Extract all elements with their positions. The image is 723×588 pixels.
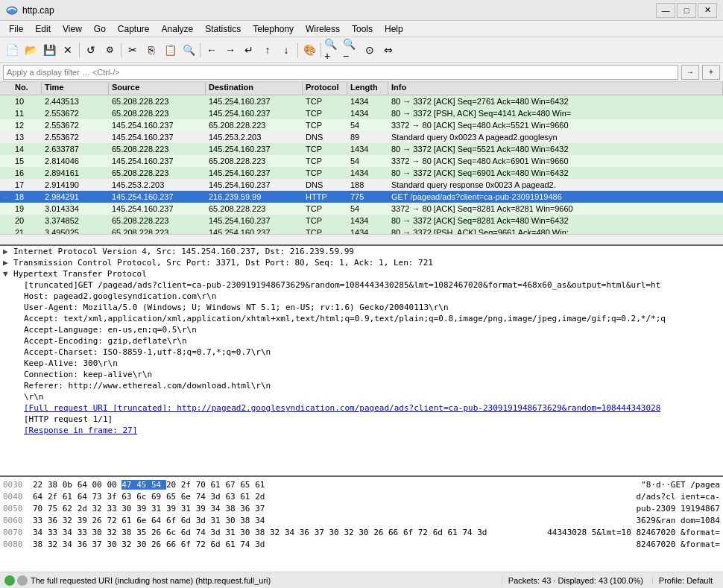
detail-row-tcp[interactable]: ▶Transmission Control Protocol, Src Port… [0, 257, 723, 268]
packet-row[interactable]: 152.814046145.254.160.23765.208.228.223T… [0, 155, 723, 167]
status-gray-dot [17, 575, 28, 586]
detail-row-http-accept[interactable]: Accept: text/xml,application/xml,applica… [0, 313, 723, 324]
menu-item-capture[interactable]: Capture [112, 22, 156, 36]
detail-row-http-accept-enc[interactable]: Accept-Encoding: gzip,deflate\r\n [0, 335, 723, 347]
filter-add-button[interactable]: + [702, 65, 720, 80]
menu-item-tools[interactable]: Tools [346, 22, 379, 36]
menu-item-telephony[interactable]: Telephony [247, 22, 300, 36]
copy-button[interactable]: ⎘ [142, 41, 160, 59]
packet-cell: 80 → 3372 [ACK] Seq=8281 Ack=480 Win=643… [388, 216, 723, 225]
paste-button[interactable]: 📋 [161, 41, 179, 59]
packet-list-hscrollbar[interactable] [0, 234, 723, 244]
menu-item-edit[interactable]: Edit [29, 22, 57, 36]
detail-row-http-connection[interactable]: Connection: keep-alive\r\n [0, 369, 723, 380]
close-button-tb[interactable]: ✕ [59, 41, 77, 59]
hex-row: 0080 38 32 34 36 37 30 32 30 26 66 6f 72… [3, 538, 720, 550]
next-button[interactable]: ↓ [277, 41, 295, 59]
toolbar-sep-2 [121, 42, 121, 57]
col-header-info[interactable]: Info [388, 82, 723, 95]
reload-button[interactable]: ↺ [82, 41, 100, 59]
col-header-source[interactable]: Source [109, 82, 206, 95]
hex-ascii: 82467020 &format= [626, 540, 720, 549]
menu-item-go[interactable]: Go [88, 22, 112, 36]
new-capture-button[interactable]: 📄 [3, 41, 21, 59]
menu-item-analyze[interactable]: Analyze [156, 22, 200, 36]
detail-row-http-keepalive[interactable]: Keep-Alive: 300\r\n [0, 358, 723, 369]
packet-row[interactable]: 102.44351365.208.228.223145.254.160.237T… [0, 95, 723, 107]
packet-row[interactable]: 213.49502565.208.228.223145.254.160.237T… [0, 227, 723, 234]
forward-button[interactable]: → [221, 41, 239, 59]
col-header-length[interactable]: Length [347, 82, 388, 95]
zoom-out-button[interactable]: 🔍− [342, 41, 360, 59]
packet-cell: 10 [12, 97, 42, 106]
app-icon [6, 4, 18, 16]
packet-row[interactable]: 203.37485265.208.228.223145.254.160.237T… [0, 215, 723, 227]
packet-cell: 2.553672 [42, 121, 109, 130]
menu-item-file[interactable]: File [3, 22, 29, 36]
detail-row-http-ua[interactable]: User-Agent: Mozilla/5.0 (Windows; U; Win… [0, 302, 723, 313]
packet-row[interactable]: 112.55367265.208.228.223145.254.160.237T… [0, 107, 723, 119]
detail-row-http-referer[interactable]: Referer: http://www.ethereal.com/downloa… [0, 380, 723, 391]
arrow-col-header [0, 82, 12, 95]
colorize-button[interactable]: 🎨 [300, 41, 318, 59]
col-header-destination[interactable]: Destination [206, 82, 303, 95]
zoom-in-button[interactable]: 🔍+ [323, 41, 341, 59]
packet-cell: DNS [303, 133, 347, 142]
goto-button[interactable]: ↵ [240, 41, 258, 59]
detail-row-http-accept-charset[interactable]: Accept-Charset: ISO-8859-1,utf-8;q=0.7,*… [0, 347, 723, 358]
col-header-no[interactable]: No. [12, 82, 42, 95]
detail-text: Accept-Charset: ISO-8859-1,utf-8;q=0.7,*… [13, 347, 271, 357]
resize-columns-button[interactable]: ⇔ [379, 41, 397, 59]
back-button[interactable]: ← [203, 41, 221, 59]
detail-row-http-full-uri[interactable]: [Full request URI [truncated]: http://pa… [0, 402, 723, 414]
hex-ascii: pub-2309 19194867 [626, 504, 720, 513]
detail-row-http[interactable]: ▼Hypertext Transfer Protocol [0, 268, 723, 279]
packet-row[interactable]: 193.014334145.254.160.23765.208.228.223T… [0, 203, 723, 215]
packet-row[interactable]: 162.89416165.208.228.223145.254.160.237T… [0, 167, 723, 179]
maximize-button[interactable]: □ [677, 3, 696, 18]
menu-item-view[interactable]: View [57, 22, 88, 36]
hex-row: 0070 34 33 34 33 30 32 38 35 26 6c 6d 74… [3, 526, 720, 538]
close-button[interactable]: ✕ [698, 3, 717, 18]
col-header-protocol[interactable]: Protocol [303, 82, 347, 95]
packet-cell: TCP [303, 121, 347, 130]
detail-row-http-accept-lang[interactable]: Accept-Language: en-us,en;q=0.5\r\n [0, 324, 723, 335]
hex-panel: 0030 22 38 0b 64 00 00 47 45 54 20 2f 70… [0, 477, 723, 572]
packet-cell: 80 → 3372 [PSH, ACK] Seq=4141 Ack=480 Wi… [388, 109, 723, 118]
filter-arrow-button[interactable]: → [681, 65, 699, 80]
menu-item-statistics[interactable]: Statistics [199, 22, 247, 36]
detail-row-http-response[interactable]: [Response in frame: 27] [0, 425, 723, 436]
open-button[interactable]: 📂 [22, 41, 40, 59]
menu-item-help[interactable]: Help [379, 22, 409, 36]
cut-button[interactable]: ✂ [124, 41, 142, 59]
detail-row-http-req-num[interactable]: [HTTP request 1/1] [0, 414, 723, 425]
packet-row[interactable]: 132.553672145.254.160.237145.253.2.203DN… [0, 131, 723, 143]
packet-row[interactable]: →182.984291145.254.160.237216.239.59.99H… [0, 191, 723, 203]
detail-row-http-crlf[interactable]: \r\n [0, 391, 723, 402]
detail-row-http-host[interactable]: Host: pagead2.googlesyndication.com\r\n [0, 291, 723, 302]
hex-ascii: "8·d··GET /pagea [631, 480, 720, 490]
detail-text: Internet Protocol Version 4, Src: 145.25… [13, 247, 354, 256]
packet-row[interactable]: 122.553672145.254.160.23765.208.228.223T… [0, 119, 723, 131]
hex-offset: 0030 [3, 480, 33, 490]
detail-row-ip[interactable]: ▶Internet Protocol Version 4, Src: 145.2… [0, 246, 723, 257]
detail-text: Host: pagead2.googlesyndication.com\r\n [13, 291, 216, 301]
filter-input[interactable] [3, 65, 678, 80]
packet-cell: 16 [12, 168, 42, 177]
packet-list: No. Time Source Destination Protocol Len… [0, 82, 723, 246]
detail-row-http-get[interactable]: [truncated]GET /pagead/ads?client=ca-pub… [0, 279, 723, 291]
menu-item-wireless[interactable]: Wireless [300, 22, 346, 36]
packet-cell: 20 [12, 216, 42, 225]
packet-cell: 80 → 3372 [PSH, ACK] Seq=9661 Ack=480 Wi… [388, 228, 723, 234]
packet-cell: Standard query 0x0023 A pagead2.googlesy… [388, 133, 723, 142]
minimize-button[interactable]: — [656, 3, 675, 18]
capture-options-button[interactable]: ⚙ [101, 41, 119, 59]
col-header-time[interactable]: Time [42, 82, 109, 95]
zoom-reset-button[interactable]: ⊙ [361, 41, 379, 59]
prev-button[interactable]: ↑ [259, 41, 277, 59]
packet-row[interactable]: 172.914190145.253.2.203145.254.160.237DN… [0, 179, 723, 191]
packet-cell: 145.253.2.203 [109, 180, 206, 189]
packet-row[interactable]: 142.63378765.208.228.223145.254.160.237T… [0, 143, 723, 155]
find-button[interactable]: 🔍 [180, 41, 198, 59]
save-button[interactable]: 💾 [40, 41, 58, 59]
